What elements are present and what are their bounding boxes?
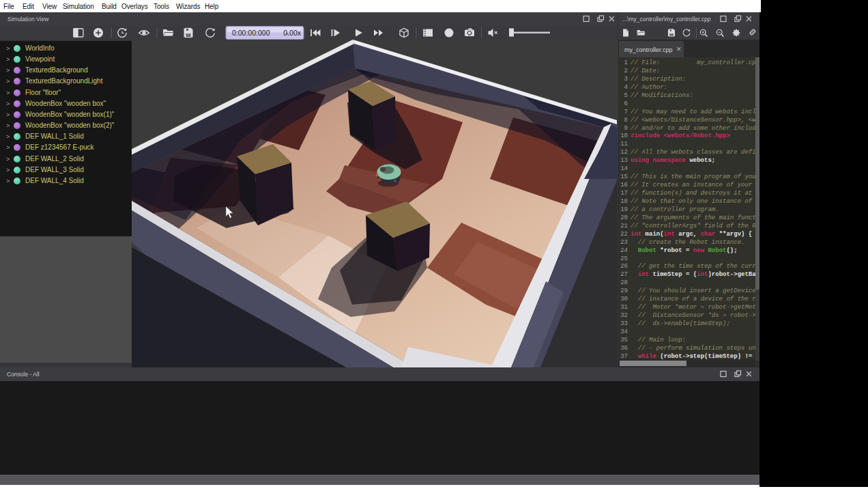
svg-text:0.00x: 0.00x [283,29,301,37]
svg-text:0:00:00:000: 0:00:00:000 [232,29,270,37]
